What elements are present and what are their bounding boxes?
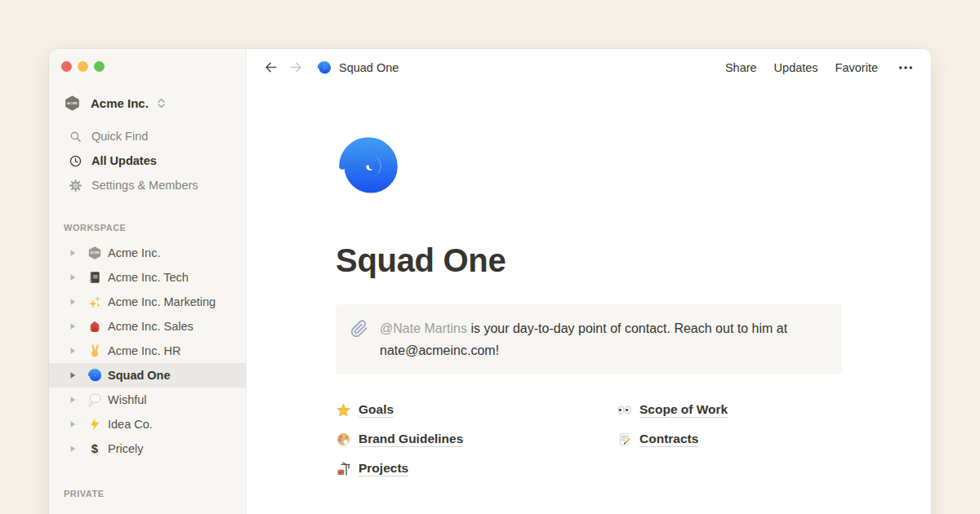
expand-toggle-icon[interactable] [69, 371, 77, 379]
paperclip-icon [350, 320, 368, 338]
more-menu-icon[interactable] [895, 60, 916, 76]
sidebar-item-acme-inc-sales[interactable]: Acme Inc. Sales [49, 314, 246, 339]
sidebar-item-wishful[interactable]: Wishful [49, 388, 246, 412]
callout-text: @Nate Martins is your day-to-day point o… [380, 317, 827, 361]
link-label: Brand Guidelines [359, 432, 463, 446]
sidebar-item-pricely[interactable]: Pricely [49, 436, 246, 461]
share-button[interactable]: Share [725, 61, 757, 74]
expand-toggle-icon[interactable] [69, 396, 77, 404]
close-window-button[interactable] [61, 61, 72, 72]
link-scope-of-work[interactable]: Scope of Work [617, 395, 728, 424]
tree-item-label: Wishful [108, 393, 147, 406]
menu-item-label: Quick Find [91, 130, 148, 143]
expand-toggle-icon[interactable] [69, 273, 77, 281]
backpack-icon [87, 319, 102, 334]
cyclone-icon [317, 60, 332, 75]
forward-arrow-icon[interactable] [288, 60, 304, 75]
sidebar-item-quick-find[interactable]: Quick Find [49, 124, 246, 148]
zoom-window-button[interactable] [94, 61, 105, 72]
link-projects[interactable]: Projects [336, 454, 617, 483]
link-goals[interactable]: Goals [336, 395, 617, 424]
sidebar-item-acme-inc[interactable]: Acme Inc. [49, 241, 246, 265]
tree-item-label: Acme Inc. Marketing [108, 295, 216, 308]
app-window: Acme Inc. Quick Find All Updates Setting… [49, 49, 931, 514]
page-content: Squad One @Nate Martins is your day-to-d… [336, 86, 842, 514]
link-label: Goals [359, 402, 394, 417]
link-contracts[interactable]: Contracts [617, 424, 728, 454]
eyes-icon [617, 402, 632, 418]
workspace-tree: Acme Inc. Acme Inc. Tech Acme Inc. Marke… [49, 241, 246, 461]
topbar: Squad One Share Updates Favorite [247, 49, 931, 86]
links-right-column: Scope of Work Contracts [617, 395, 728, 483]
tree-item-label: Acme Inc. HR [108, 344, 180, 357]
tree-item-label: Squad One [108, 369, 171, 382]
search-icon [69, 130, 82, 144]
tree-item-label: Acme Inc. Tech [108, 271, 189, 284]
updates-button[interactable]: Updates [774, 61, 818, 74]
favorite-button[interactable]: Favorite [835, 61, 878, 74]
acme-logo-icon [87, 246, 102, 260]
back-arrow-icon[interactable] [263, 60, 278, 75]
link-label: Projects [359, 461, 408, 476]
links-left-column: Goals Brand Guidelines Projects [336, 395, 617, 483]
workspace-switcher[interactable]: Acme Inc. [64, 92, 246, 113]
link-label: Contracts [639, 432, 698, 446]
tree-item-label: Acme Inc. [108, 246, 160, 259]
expand-toggle-icon[interactable] [69, 445, 77, 453]
private-section-header: PRIVATE [64, 489, 246, 500]
sparkles-icon [87, 295, 102, 309]
memo-icon [617, 432, 632, 447]
sidebar: Acme Inc. Quick Find All Updates Setting… [49, 49, 247, 514]
sidebar-item-acme-inc-marketing[interactable]: Acme Inc. Marketing [49, 290, 246, 314]
clock-icon [69, 154, 82, 168]
expand-toggle-icon[interactable] [69, 322, 77, 330]
sidebar-menu: Quick Find All Updates Settings & Member… [49, 124, 246, 197]
mention-nate-martins[interactable]: @Nate Martins [380, 321, 467, 335]
acme-logo-icon [64, 95, 81, 112]
sidebar-item-idea-co[interactable]: Idea Co. [49, 412, 246, 436]
workspace-switcher-label: Acme Inc. [91, 96, 149, 110]
sidebar-item-squad-one[interactable]: Squad One [49, 363, 246, 388]
link-brand-guidelines[interactable]: Brand Guidelines [336, 424, 617, 454]
expand-toggle-icon[interactable] [69, 298, 77, 306]
page-links: Goals Brand Guidelines Projects Scope of [336, 395, 842, 483]
cyclone-icon [87, 368, 102, 383]
breadcrumb-label: Squad One [339, 61, 399, 74]
sidebar-item-acme-inc-tech[interactable]: Acme Inc. Tech [49, 265, 246, 290]
crane-icon [336, 461, 351, 476]
expand-toggle-icon[interactable] [69, 420, 77, 428]
window-controls [49, 61, 246, 72]
expand-toggle-icon[interactable] [69, 249, 77, 257]
topbar-actions: Share Updates Favorite [725, 60, 916, 76]
tree-item-label: Pricely [108, 442, 144, 455]
chevron-updown-icon [155, 97, 167, 109]
gear-icon [69, 179, 82, 193]
callout-block: @Nate Martins is your day-to-day point o… [336, 304, 842, 374]
lightning-icon [87, 417, 102, 432]
expand-toggle-icon[interactable] [69, 347, 77, 355]
main-area: Squad One Share Updates Favorite Squad O… [247, 49, 931, 514]
sidebar-item-all-updates[interactable]: All Updates [49, 148, 246, 173]
thought-balloon-icon [87, 392, 102, 407]
menu-item-label: Settings & Members [91, 179, 198, 192]
page-cyclone-icon[interactable] [336, 134, 401, 199]
notebook-icon [87, 270, 102, 285]
tree-item-label: Acme Inc. Sales [108, 320, 194, 333]
page-title[interactable]: Squad One [336, 242, 842, 279]
minimize-window-button[interactable] [78, 61, 88, 72]
sidebar-item-acme-inc-hr[interactable]: Acme Inc. HR [49, 339, 246, 363]
workspace-section-header: WORKSPACE [64, 223, 246, 234]
sidebar-item-settings-members[interactable]: Settings & Members [49, 173, 246, 197]
palette-icon [336, 432, 351, 447]
tree-item-label: Idea Co. [108, 418, 153, 431]
breadcrumb[interactable]: Squad One [317, 60, 399, 75]
menu-item-label: All Updates [91, 154, 157, 167]
dollar-icon [87, 441, 102, 456]
star-icon [336, 402, 351, 418]
link-label: Scope of Work [639, 402, 728, 417]
victory-hand-icon [87, 343, 102, 358]
